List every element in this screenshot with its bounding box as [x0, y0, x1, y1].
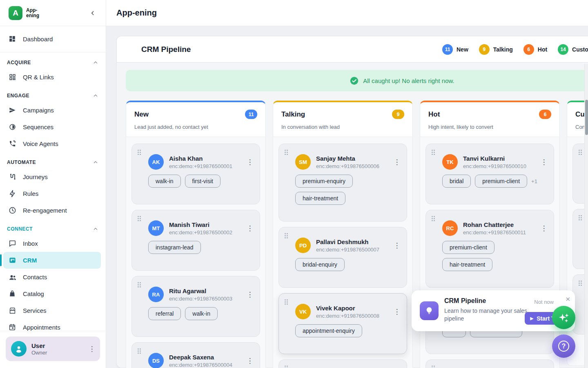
catalog-icon [9, 290, 17, 298]
tag-chip: premium-client [442, 241, 494, 254]
sidebar-item-dashboard[interactable]: Dashboard [0, 31, 106, 47]
app-logo-icon: A [9, 6, 22, 20]
sidebar-item-rules[interactable]: Rules [0, 185, 106, 202]
drag-handle-icon[interactable] [579, 150, 580, 151]
page-title: App-ening [116, 8, 157, 18]
alert-text: All caught up! No alerts right now. [363, 77, 454, 84]
sidebar-item-sequences[interactable]: Sequences [0, 119, 106, 135]
drag-handle-icon[interactable] [579, 215, 580, 216]
lead-card[interactable]: TK Tanvi Kulkarni enc:demo:+919876500010… [425, 144, 554, 204]
user-card[interactable]: User Owner [6, 337, 100, 361]
drag-handle-icon[interactable] [432, 216, 433, 217]
sidebar-section-label: ACQUIRE [7, 60, 31, 65]
lead-card[interactable]: RC Rohan Chatterjee enc:demo:+9198765000… [425, 210, 554, 288]
card-menu-button[interactable] [246, 291, 254, 298]
qr-icon [9, 73, 17, 81]
card-menu-button[interactable] [393, 308, 401, 315]
card-menu-button[interactable] [246, 225, 254, 232]
tag-list: instagram-lead [148, 241, 250, 254]
lead-card[interactable]: PD Pallavi Deshmukh enc:demo:+9198765000… [278, 227, 407, 288]
avatar: TK [442, 154, 458, 170]
drag-handle-icon[interactable] [138, 282, 139, 283]
lead-name: Aisha Khan [169, 155, 232, 162]
column-subtitle: Lead just added, no contact yet [134, 124, 257, 130]
sidebar-item-appointments[interactable]: Appointments [0, 319, 106, 331]
lead-card[interactable]: MT Manish Tiwari enc:demo:+919876500002 … [131, 210, 260, 271]
sidebar-section-acquire[interactable]: ACQUIRE [0, 56, 106, 69]
stage-stat: 14 Customer [558, 44, 588, 55]
drag-handle-icon[interactable] [138, 216, 139, 217]
avatar: MT [148, 220, 164, 236]
sidebar-section-engage[interactable]: ENGAGE [0, 90, 106, 102]
drag-handle-icon[interactable] [285, 299, 286, 301]
sidebar-item-catalog[interactable]: Catalog [0, 285, 106, 302]
sidebar-collapse-button[interactable] [88, 8, 98, 18]
drag-handle-icon[interactable] [285, 233, 286, 234]
rules-icon [9, 190, 17, 198]
card-menu-button[interactable] [246, 159, 254, 166]
drag-handle-icon[interactable] [138, 348, 139, 350]
person-icon [14, 344, 23, 353]
sidebar-item-contacts[interactable]: Contacts [0, 269, 106, 285]
sidebar-item-journeys[interactable]: Journeys [0, 168, 106, 185]
column-body: SM Sanjay Mehta enc:demo:+919876500006 p… [273, 137, 412, 368]
tag-chip: hair-treatment [442, 258, 492, 271]
lead-card[interactable]: SM Sanjay Mehta enc:demo:+919876500006 p… [278, 144, 407, 222]
alert-banner: All caught up! No alerts right now. [126, 70, 588, 91]
drag-handle-icon[interactable] [579, 280, 580, 282]
card-menu-button[interactable] [540, 159, 548, 166]
help-fab[interactable] [552, 334, 575, 358]
sidebar-item-inbox[interactable]: Inbox [0, 235, 106, 252]
card-menu-button[interactable] [540, 225, 548, 232]
lead-name: Vivek Kapoor [316, 305, 379, 312]
drag-handle-icon[interactable] [138, 150, 139, 151]
drag-handle-icon[interactable] [432, 366, 433, 367]
drag-handle-icon[interactable] [285, 366, 286, 367]
sidebar-item-label: QR & Links [23, 74, 54, 81]
sidebar-section-connect[interactable]: CONNECT [0, 223, 106, 235]
question-mark-icon [558, 341, 569, 352]
close-icon[interactable] [565, 296, 570, 303]
card-menu-button[interactable] [393, 242, 401, 249]
sidebar-item-campaigns[interactable]: Campaigns [0, 102, 106, 119]
column-count-badge: 6 [539, 110, 551, 119]
lead-phone: enc:demo:+919876500007 [316, 247, 379, 253]
lead-card[interactable]: AK Aisha Khan enc:demo:+919876500001 wal… [131, 144, 260, 204]
card-menu-button[interactable] [246, 357, 254, 364]
sidebar-section-automate[interactable]: AUTOMATE [0, 156, 106, 168]
scrollbar-thumb[interactable] [585, 100, 588, 135]
column-title: Hot [428, 110, 440, 119]
sidebar-item-crm[interactable]: CRM [3, 252, 101, 269]
lead-card[interactable]: NS Nandini Shetty [278, 359, 407, 368]
sidebar-item-label: Re-engagement [23, 207, 67, 214]
sidebar-item-services[interactable]: Services [0, 302, 106, 319]
lead-card[interactable]: RA Ritu Agarwal enc:demo:+919876500003 r… [131, 276, 260, 337]
tour-description: Learn how to manage your sales pipeline [444, 307, 528, 323]
user-menu-button[interactable] [88, 346, 96, 352]
ai-assistant-fab[interactable] [552, 306, 575, 329]
not-now-button[interactable]: Not now [534, 299, 554, 305]
sidebar-item-qr-links[interactable]: QR & Links [0, 69, 106, 85]
lead-name: Ritu Agarwal [169, 287, 232, 294]
tag-chip: premium-client [475, 175, 527, 188]
clock-icon [9, 206, 17, 215]
tag-list: bridal-enquiry [295, 258, 397, 271]
sparkles-icon [557, 311, 570, 324]
sidebar-item-re-engagement[interactable]: Re-engagement [0, 202, 106, 219]
stage-count-badge: 11 [442, 44, 453, 55]
lead-card[interactable]: AK Amit Kumar [425, 359, 554, 368]
drag-handle-icon[interactable] [432, 150, 433, 151]
services-icon [9, 307, 17, 315]
column-title: Talking [281, 110, 305, 119]
column-header: New 11 Lead just added, no contact yet [126, 102, 265, 137]
sidebar-item-voice-agents[interactable]: Voice Agents [0, 135, 106, 152]
lead-card[interactable]: VK Vivek Kapoor enc:demo:+919876500008 a… [278, 293, 407, 354]
stage-count-badge: 14 [558, 44, 568, 55]
lead-card[interactable]: DS Deepak Saxena enc:demo:+919876500004 [131, 342, 260, 368]
drag-handle-icon[interactable] [285, 150, 286, 151]
sidebar-item-label: Services [23, 307, 47, 314]
tour-title: CRM Pipeline [444, 297, 486, 305]
card-menu-button[interactable] [393, 159, 401, 166]
lead-name: Rohan Chatterjee [463, 221, 526, 228]
avatar: AK [148, 154, 164, 170]
